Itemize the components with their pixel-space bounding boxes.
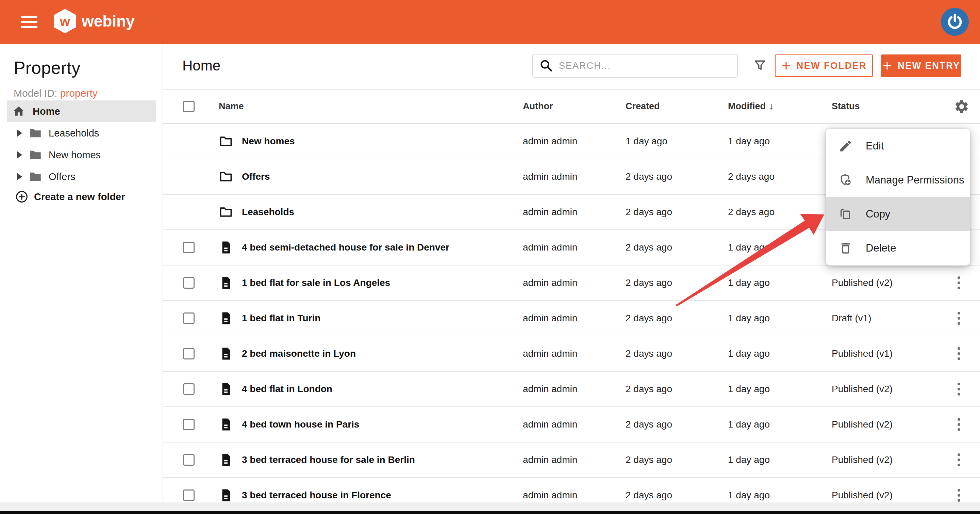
model-title: Property [14,57,81,78]
author-cell: admin admin [523,490,625,501]
table-header: Name Author Created Modified↓ Status [163,89,980,124]
row-actions-kebab[interactable] [951,308,966,329]
modified-cell: 1 day ago [728,490,832,501]
page-title: Home [182,57,220,74]
folder-icon [28,169,43,184]
sidebar-item-home[interactable]: Home [7,101,156,122]
top-app-bar: w webiny [0,0,980,44]
author-cell: admin admin [523,419,625,430]
sidebar-folder-item[interactable]: Offers [0,166,163,188]
row-checkbox[interactable] [183,383,194,395]
status-cell: Published (v2) [832,384,951,394]
created-cell: 2 days ago [625,490,728,501]
row-actions-kebab[interactable] [951,379,966,399]
model-id-line: Model ID: property [14,88,98,99]
document-icon [219,417,233,432]
column-header-status[interactable]: Status [832,101,951,112]
table-row[interactable]: 4 bed flat in Londonadmin admin2 days ag… [163,372,980,407]
author-cell: admin admin [523,171,625,182]
document-icon [219,453,233,467]
copy-icon [838,207,853,221]
menu-item-edit[interactable]: Edit [826,129,970,163]
webiny-logo[interactable]: w webiny [54,9,135,34]
row-checkbox[interactable] [183,313,194,324]
column-header-name[interactable]: Name [219,101,523,112]
created-cell: 2 days ago [625,348,728,359]
modified-cell: 1 day ago [728,278,832,288]
created-cell: 2 days ago [625,455,728,465]
pencil-icon [838,139,853,153]
row-checkbox[interactable] [183,490,194,501]
created-cell: 2 days ago [625,419,728,430]
menu-item-delete[interactable]: Delete [826,231,970,265]
row-checkbox[interactable] [183,277,194,289]
brand-name: webiny [82,12,135,30]
menu-item-label: Edit [866,140,884,152]
row-actions-kebab[interactable] [951,343,966,364]
row-checkbox[interactable] [183,348,194,359]
plus-icon [882,61,892,71]
row-actions-kebab[interactable] [951,450,966,470]
model-id-label: Model ID: [14,88,57,99]
create-folder-button[interactable]: Create a new folder [15,190,125,204]
filter-button[interactable] [751,57,769,75]
table-settings-button[interactable] [951,99,972,114]
entry-name: 4 bed semi-detached house for sale in De… [242,242,449,253]
search-input[interactable] [559,61,731,71]
chevron-right-icon[interactable] [17,151,22,159]
modified-cell: 1 day ago [728,455,832,465]
author-cell: admin admin [523,384,625,394]
chevron-right-icon[interactable] [17,173,22,180]
shield-add-icon [838,173,853,187]
table-row[interactable]: 1 bed flat in Turinadmin admin2 days ago… [163,301,980,336]
author-cell: admin admin [523,278,625,288]
table-row[interactable]: 1 bed flat for sale in Los Angelesadmin … [163,265,980,301]
trash-icon [838,241,853,255]
document-icon [219,488,233,503]
row-actions-kebab[interactable] [951,273,966,293]
menu-item-label: Copy [866,208,890,220]
status-cell: Published (v2) [832,419,951,430]
row-checkbox[interactable] [183,419,194,430]
column-header-created[interactable]: Created [625,101,728,112]
document-icon [219,276,233,290]
content-header: Home NEW FOLDER [163,44,980,89]
circle-plus-icon [15,190,29,204]
column-header-modified[interactable]: Modified↓ [728,101,832,112]
table-row[interactable]: 4 bed town house in Parisadmin admin2 da… [163,407,980,442]
user-avatar[interactable] [941,8,969,36]
sidebar-folder-item[interactable]: Leaseholds [0,122,163,144]
new-folder-button[interactable]: NEW FOLDER [775,54,873,77]
row-checkbox[interactable] [183,242,194,253]
folder-name: New homes [242,136,295,147]
author-cell: admin admin [523,242,625,253]
folder-icon [28,126,43,140]
menu-item-copy[interactable]: Copy [826,197,970,231]
sort-desc-icon: ↓ [769,101,774,112]
model-id-link[interactable]: property [60,88,98,99]
row-checkbox[interactable] [183,454,194,466]
author-cell: admin admin [523,455,625,465]
modified-cell: 1 day ago [728,348,832,359]
folder-tree: LeaseholdsNew homesOffers [0,122,163,188]
folder-icon [219,169,233,184]
modified-cell: 1 day ago [728,242,832,253]
menu-item-manage-permissions[interactable]: Manage Permissions [826,163,970,197]
table-row[interactable]: 2 bed maisonette in Lyonadmin admin2 day… [163,336,980,372]
column-header-author[interactable]: Author [523,101,625,112]
table-row[interactable]: 3 bed terraced house for sale in Berlina… [163,442,980,478]
new-entry-button[interactable]: NEW ENTRY [881,54,961,77]
folder-name: Leaseholds [242,207,294,217]
status-cell: Published (v2) [832,455,951,465]
document-icon [219,311,233,326]
folder-label: New homes [49,149,101,161]
window-bottom-strip [0,503,980,511]
select-all-checkbox[interactable] [183,101,194,112]
status-cell: Draft (v1) [832,313,951,324]
status-cell: Published (v1) [832,348,951,359]
folder-label: Offers [49,171,75,182]
sidebar-folder-item[interactable]: New homes [0,144,163,166]
row-actions-kebab[interactable] [951,414,966,435]
chevron-right-icon[interactable] [17,129,22,137]
hamburger-menu-icon[interactable] [21,14,37,29]
